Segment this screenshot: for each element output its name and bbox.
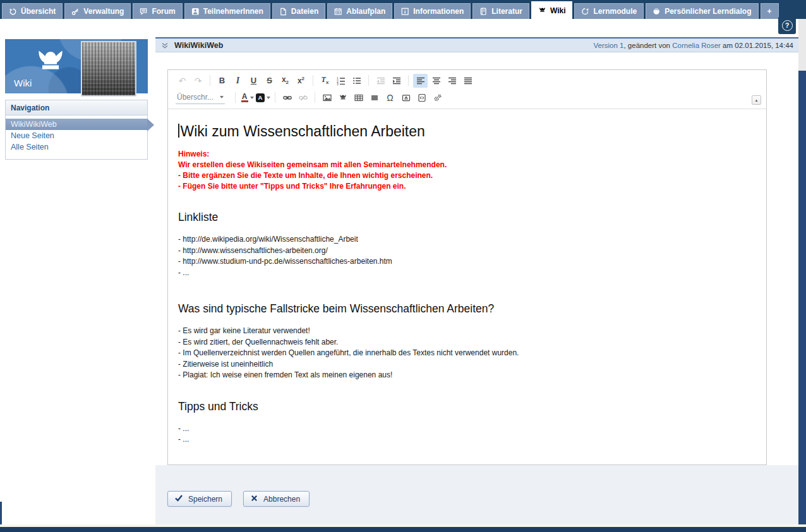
outdent-icon: [376, 76, 385, 85]
background-color-button[interactable]: A: [256, 91, 270, 105]
sidebar-item-neue-seiten[interactable]: Neue Seiten: [6, 130, 147, 141]
clear-formatting-button[interactable]: Tx: [318, 74, 332, 88]
tab-label: Ablaufplan: [346, 7, 385, 16]
wiki-helmet-dark-icon: [339, 93, 347, 102]
heading-format-dropdown[interactable]: Überschr...: [176, 92, 225, 104]
tab-forum[interactable]: Forum: [133, 3, 182, 19]
toolbar-row-1: ↶↷BIUSx2x2Tx123: [172, 72, 766, 89]
italic-button[interactable]: I: [231, 74, 245, 88]
tab-label: Übersicht: [21, 7, 56, 16]
navigation-box: Navigation WikiWikiWebNeue SeitenAlle Se…: [5, 100, 148, 160]
source-code-button[interactable]: [414, 91, 429, 105]
eject-icon: [402, 93, 411, 102]
sidebar-item-wikiwikiweb[interactable]: WikiWikiWeb: [6, 119, 147, 130]
align-left-button[interactable]: [413, 74, 428, 88]
navigation-items: WikiWikiWebNeue SeitenAlle Seiten: [6, 115, 147, 153]
indent-button[interactable]: [389, 74, 404, 88]
bold-icon: B: [219, 76, 225, 85]
tab-persoenlicher-lerndialog[interactable]: Persönlicher Lerndialog: [646, 3, 758, 19]
speech-bubble-icon: [140, 8, 148, 16]
text-color-icon: A: [241, 93, 248, 102]
help-button[interactable]: ?: [778, 16, 796, 34]
tab-label: Lernmodule: [593, 7, 637, 16]
key-icon: [71, 8, 80, 16]
editor-toolbar: ↶↷BIUSx2x2Tx123 Überschr...AAΩ ▴: [168, 70, 766, 109]
tab-wiki[interactable]: Wiki: [531, 1, 573, 19]
tab-informationen[interactable]: Informationen: [394, 3, 471, 19]
subscript-button[interactable]: x2: [278, 74, 292, 88]
tab-bar: ÜbersichtVerwaltungForumTeilnehmerInnenD…: [0, 0, 806, 19]
align-left-icon: [416, 76, 425, 85]
horizontal-rule-button[interactable]: [367, 91, 382, 105]
tab-lernmodule[interactable]: Lernmodule: [574, 3, 644, 19]
insert-table-button[interactable]: [351, 91, 366, 105]
document-icon: [279, 8, 287, 16]
tab-add[interactable]: +: [761, 3, 779, 19]
author-link[interactable]: Cornelia Roser: [672, 42, 721, 49]
editor-content[interactable]: Wiki zum Wissenschaftlichen ArbeitenHinw…: [168, 109, 766, 446]
bullet-list-icon: [352, 76, 361, 85]
ordered-list-icon: 123: [337, 76, 346, 85]
clear-formatting-icon: Tx: [322, 75, 329, 85]
superscript-button[interactable]: x2: [294, 74, 308, 88]
align-right-button[interactable]: [445, 74, 459, 88]
bold-button[interactable]: B: [215, 74, 229, 88]
wiki-link-button[interactable]: [335, 91, 350, 105]
content-section-1: Linkliste- http://de.wikipedia.org/wiki/…: [178, 211, 755, 278]
tab-dateien[interactable]: Dateien: [272, 3, 325, 19]
toolbar-separator: [315, 92, 315, 103]
content-heading: Wiki zum Wissenschaftlichen Arbeiten: [178, 123, 755, 140]
toolbar-separator: [408, 75, 409, 86]
content-line: - Es wird zitiert, der Quellennachweis f…: [178, 337, 755, 348]
sidebar-item-alle-seiten[interactable]: Alle Seiten: [6, 141, 147, 153]
toolbar-separator: [210, 75, 210, 86]
tab-uebersicht[interactable]: Übersicht: [2, 3, 63, 19]
tab-ablaufplan[interactable]: Ablaufplan: [327, 3, 392, 19]
ordered-list-button[interactable]: 123: [334, 74, 348, 88]
text-color-button[interactable]: A: [240, 91, 255, 105]
toolbar-collapse-button[interactable]: ▴: [752, 95, 761, 105]
strikethrough-button[interactable]: S: [262, 74, 277, 88]
content-line: - ...: [178, 434, 755, 446]
tab-label: Verwaltung: [83, 7, 124, 16]
tab-label: TeilnehmerInnen: [203, 7, 263, 16]
insert-image-button[interactable]: [320, 91, 334, 105]
tab-verwaltung[interactable]: Verwaltung: [64, 3, 131, 19]
footer-buttons: Speichern Abbrechen: [167, 491, 310, 507]
special-character-button[interactable]: Ω: [383, 91, 397, 105]
tab-teilnehmerinnen[interactable]: TeilnehmerInnen: [184, 3, 270, 19]
bullet-list-button[interactable]: [349, 74, 364, 88]
content-line: - Zitierweise ist uneinheitlich: [178, 359, 755, 370]
insert-template-button[interactable]: [399, 91, 413, 105]
cancel-button[interactable]: Abbrechen: [243, 491, 310, 507]
unlink-icon: [299, 93, 308, 102]
align-justify-button[interactable]: [460, 74, 475, 88]
version-link[interactable]: Version 1: [594, 42, 624, 49]
underline-icon: U: [251, 76, 256, 85]
background-color-icon: A: [256, 93, 265, 102]
svg-text:3: 3: [337, 82, 339, 85]
collapse-chevrons-icon[interactable]: [160, 41, 169, 50]
toolbar-separator: [275, 92, 275, 103]
tab-literatur[interactable]: Literatur: [472, 3, 529, 19]
save-button[interactable]: Speichern: [167, 491, 232, 507]
undo-button: ↶: [175, 74, 189, 88]
rich-text-editor: ↶↷BIUSx2x2Tx123 Überschr...AAΩ ▴ Wiki zu…: [167, 69, 767, 465]
right-edge-bar: [798, 71, 806, 527]
calendar-icon: [334, 8, 342, 16]
redo-icon: ↷: [195, 76, 202, 86]
info-icon: [401, 8, 409, 16]
anchor-button[interactable]: [430, 91, 445, 105]
underline-button[interactable]: U: [246, 74, 261, 88]
insert-link-button[interactable]: [280, 91, 294, 105]
tab-label: Informationen: [413, 7, 464, 16]
cancel-label: Abbrechen: [263, 495, 300, 504]
align-center-button[interactable]: [429, 74, 443, 88]
tab-label: Dateien: [291, 7, 318, 16]
tab-label: Persönlicher Lerndialog: [665, 7, 751, 16]
check-icon: [174, 494, 183, 504]
superscript-icon: x2: [298, 76, 304, 85]
subscript-icon: x2: [282, 75, 289, 85]
heading-format-label: Überschr...: [177, 93, 214, 102]
history-icon: [9, 8, 17, 16]
